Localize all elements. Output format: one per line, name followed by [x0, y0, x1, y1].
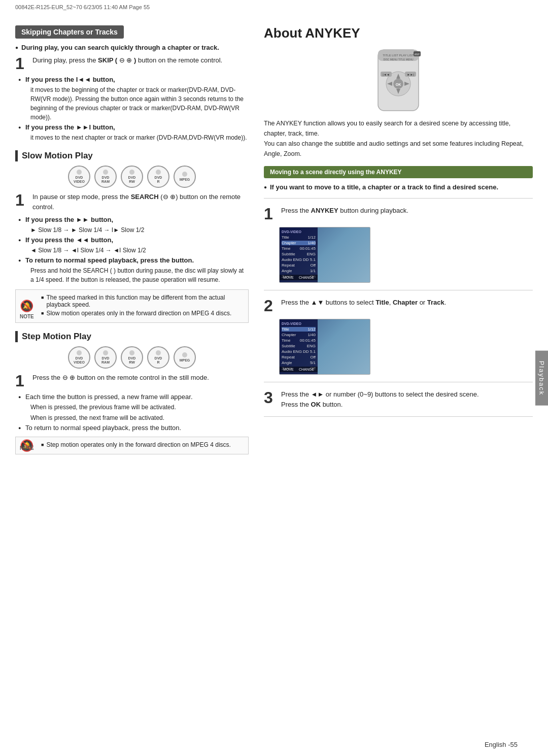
slow-step1-block: 1 In pause or step mode, press the SEARC… — [15, 192, 249, 212]
disc-dvd-rw: DVDRW — [121, 166, 143, 188]
if-next-bullet: If you press the ►►I button, — [15, 123, 249, 131]
step-disc-mpeg: MPEG — [174, 346, 196, 369]
svg-text:OK: OK — [396, 83, 401, 86]
menu-time-row: Time00:01:45 — [282, 246, 316, 251]
menu-chapter-row: Chapter1/40 — [282, 241, 316, 245]
if-next-text: it moves to the next chapter or track or… — [15, 133, 249, 142]
menu-title-row: Title1/12 — [282, 235, 316, 240]
remote-control-image: TITLE LIST PLAY LIST DISC MENU TITLE MEN… — [348, 47, 449, 113]
screen1-menu: DVD-VIDEO Title1/12 Chapter1/40 Time00:0… — [280, 227, 318, 282]
menu-repeat-row: RepeatOff — [282, 263, 316, 268]
slow-motion-heading: Slow Motion Play — [15, 150, 249, 161]
skip-section-banner: Skipping Chapters or Tracks — [15, 25, 124, 39]
step-disc-dvd-video: DVDVIDEO — [68, 346, 90, 369]
left-column: Skipping Chapters or Tracks During play,… — [15, 25, 249, 741]
menu2-subtitle-row: SubtitleENG — [282, 344, 316, 348]
note-label-2: NOTE — [20, 445, 34, 451]
menu-audio-row: AudioENG DD 5.1 — [282, 257, 316, 262]
if-rew-bullet: If you press the ◄◄ button, — [15, 236, 249, 244]
slow-motion-bar — [15, 150, 18, 161]
skip-step1: 1 During play, press the SKIP ( ⊖ ⊕ ) bu… — [15, 55, 249, 72]
note1-item2: Slow motion operates only in the forward… — [41, 310, 243, 317]
step-bullet1c: When is pressed, the next frame will be … — [15, 413, 249, 422]
svg-text:DISC MENU TITLE MENU: DISC MENU TITLE MENU — [383, 58, 413, 61]
note1-item1: The speed marked in this function may be… — [41, 294, 243, 308]
step-bullet1: Each time the button is pressed, a new f… — [15, 393, 249, 401]
svg-text:TITLE LIST  PLAY LIST: TITLE LIST PLAY LIST — [383, 54, 414, 57]
note2-item1: Step motion operates only in the forward… — [41, 441, 243, 448]
if-rew-text: ◄ Slow 1/8 → ◄I Slow 1/4 → ◄I Slow 1/2 — [15, 246, 249, 255]
anykey-step1: 1 Press the ANYKEY button during playbac… — [264, 206, 533, 222]
svg-text:|◄◄: |◄◄ — [383, 73, 389, 76]
note-label-1: NOTE — [20, 314, 34, 319]
divider-3 — [264, 382, 533, 382]
if-prev-bullet: If you press the I◄◄ button, — [15, 76, 249, 83]
anykey-desc1: The ANYKEY function allows you to easily… — [264, 118, 533, 159]
step-disc-dvd-r: DVDR — [147, 346, 169, 369]
step-motion-step1: 1 Press the ⊖ ⊕ button on the remote con… — [15, 373, 249, 389]
skip-step-number: 1 — [15, 55, 27, 72]
menu2-angle-row: Angle5/1 — [282, 360, 316, 365]
step-motion-heading: Step Motion Play — [15, 331, 249, 342]
menu2-time-row: Time00:01:45 — [282, 338, 316, 343]
anykey-screen2: DVD-VIDEO Title1/12 Chapter1/40 Time00:0… — [279, 319, 370, 375]
right-column: About ANYKEY TITLE LIST PLAY LIST DISC M… — [264, 25, 533, 741]
moving-scene-banner: Moving to a scene directly using the ANY… — [264, 166, 533, 178]
disc-dvd-r: DVDR — [147, 166, 169, 188]
skip-main-bullet: During play, you can search quickly thro… — [15, 44, 249, 51]
slow-hold-text: Press and hold the SEARCH ( ) button dur… — [15, 266, 249, 284]
page-header: 00842E-R125-EUR_52~70 6/23/05 11:40 AM P… — [15, 4, 150, 10]
screen2-menu: DVD-VIDEO Title1/12 Chapter1/40 Time00:0… — [280, 319, 318, 374]
page-footer: English -55 — [485, 741, 518, 748]
disc-dvd-ram: DVDRAM — [94, 166, 117, 188]
return-normal-bullet: To return to normal speed playback, pres… — [15, 256, 249, 264]
disc-mpeg: MPEG — [174, 166, 196, 188]
menu2-audio-row: AudioENG DD 5.1 — [282, 349, 316, 354]
step-disc-dvd-ram: DVDRAM — [94, 346, 117, 369]
menu2-title-row: Title1/12 — [282, 327, 316, 332]
step-bullet1b: When is pressed, the previous frame will… — [15, 403, 249, 412]
slow-motion-disc-icons: DVDVIDEO DVDRAM DVDRW DVDR MPEG — [15, 166, 249, 188]
if-ff-text: ► Slow 1/8 → ► Slow 1/4 → I► Slow 1/2 — [15, 225, 249, 235]
note-box-2: 🔕 Step motion operates only in the forwa… — [15, 437, 249, 454]
anykey-step3: 3 Press the ◄► or number (0~9) buttons t… — [264, 389, 533, 409]
move-main-bullet: If you want to move to a title, a chapte… — [264, 183, 533, 191]
step-disc-dvd-rw: DVDRW — [121, 346, 143, 369]
menu2-chapter-row: Chapter1/40 — [282, 333, 316, 337]
menu-footer-2: MOVECHANGE — [280, 367, 318, 372]
step-motion-disc-icons: DVDVIDEO DVDRAM DVDRW DVDR MPEG — [15, 346, 249, 369]
note-icon-1: 🔕 — [20, 300, 33, 313]
divider-2 — [264, 290, 533, 290]
svg-text:ANY: ANY — [415, 53, 420, 56]
if-ff-bullet: If you press the ►► button, — [15, 216, 249, 223]
menu-subtitle-row: SubtitleENG — [282, 252, 316, 256]
divider-1 — [264, 198, 533, 199]
anykey-step2: 2 Press the ▲▼ buttons to select Title, … — [264, 298, 533, 314]
menu2-repeat-row: RepeatOff — [282, 355, 316, 359]
anykey-screen1: DVD-VIDEO Title1/12 Chapter1/40 Time00:0… — [279, 227, 370, 283]
svg-text:►►|: ►►| — [407, 73, 414, 76]
playback-sidebar-tab: Playback — [535, 350, 548, 406]
menu-angle-row: Angle1/1 — [282, 269, 316, 273]
step-bullet2: To return to normal speed playback, pres… — [15, 424, 249, 432]
menu-footer-1: MOVECHANGE — [280, 275, 318, 280]
skip-step1-text: During play, press the SKIP ( ⊖ ⊕ ) butt… — [32, 55, 222, 65]
if-prev-text: it moves to the beginning of the chapter… — [15, 85, 249, 122]
divider-4 — [264, 416, 533, 417]
about-anykey-title: About ANYKEY — [264, 25, 533, 41]
step-motion-bar — [15, 331, 18, 342]
disc-dvd-video: DVDVIDEO — [68, 166, 90, 188]
note-box-1: 🔕 The speed marked in this function may … — [15, 289, 249, 323]
